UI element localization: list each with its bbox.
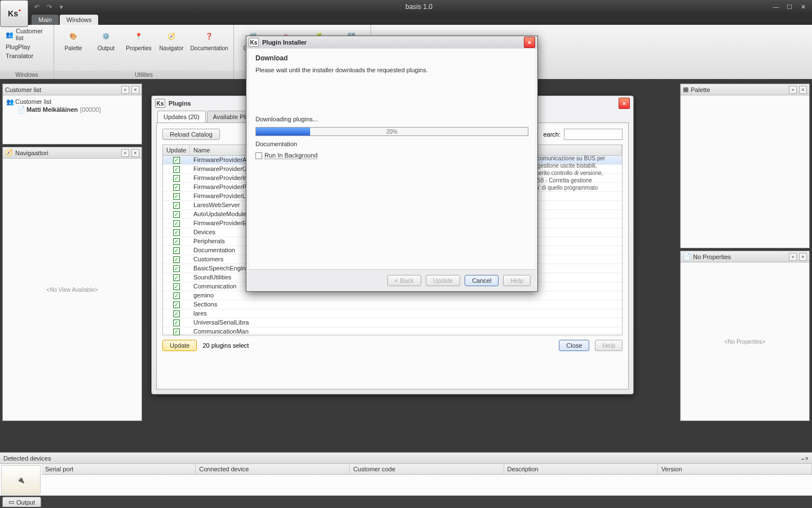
checkbox-icon[interactable]: ✓ (173, 310, 180, 317)
panel-title: Customer list (5, 86, 119, 93)
collapse-button[interactable]: « (121, 86, 129, 94)
panel-properties: 📄 No Properties » × <No Properties> (680, 251, 810, 421)
checkbox-icon[interactable]: ✓ (173, 166, 180, 173)
tab-updates[interactable]: Updates (20) (157, 111, 206, 122)
collapse-button[interactable]: » (789, 253, 797, 261)
table-row[interactable]: ✓UniversalSerialLibra (163, 318, 622, 327)
checkbox-icon[interactable]: ✓ (173, 238, 180, 245)
btn-properties[interactable]: 📍Properties (124, 27, 153, 52)
close-button[interactable]: Close (559, 340, 589, 351)
col-device[interactable]: Connected device (196, 464, 350, 474)
checkbox-icon (255, 152, 262, 159)
panel-title: No Properties (693, 253, 787, 260)
col-serial[interactable]: Serial port (42, 464, 196, 474)
users-icon: 👥 (6, 98, 13, 105)
ribbon-tabs: Main Windows (0, 14, 812, 25)
compass-icon: 🧭 (164, 28, 179, 44)
tree-item[interactable]: 📄 Matti Meikäläinen [00000] (5, 106, 139, 113)
ribbon-tab-windows[interactable]: Windows (60, 15, 99, 25)
bottom-area: Detected devices ⌄ × 🔌 Serial port Conne… (0, 452, 812, 508)
btn-customer-list[interactable]: 👥Customer list (3, 27, 50, 42)
undo-button[interactable]: ↶ (32, 2, 42, 12)
ribbon-group-utilities: 🎨Palette ⚙️Output 📍Properties 🧭Navigator… (54, 25, 234, 79)
checkbox-icon[interactable]: ✓ (173, 157, 180, 164)
checkbox-icon[interactable]: ✓ (173, 211, 180, 218)
app-menu-button[interactable]: Ks• (0, 0, 28, 27)
back-button[interactable]: < Back (387, 275, 421, 286)
table-row[interactable]: ✓CommunicationMan (163, 327, 622, 336)
section-label: Documentation (255, 141, 528, 147)
close-button[interactable]: ✕ (798, 2, 807, 11)
output-tab[interactable]: ▭ Output (2, 497, 41, 507)
help-button[interactable]: Help (503, 275, 531, 286)
btn-output[interactable]: ⚙️Output (91, 27, 121, 52)
btn-palette[interactable]: 🎨Palette (59, 27, 88, 52)
table-row[interactable]: ✓gemino (163, 291, 622, 300)
progress-percent: 20% (256, 128, 528, 135)
checkbox-icon[interactable]: ✓ (173, 274, 180, 281)
run-in-background-checkbox[interactable]: Run In Background (255, 152, 528, 159)
checkbox-icon[interactable]: ✓ (173, 184, 180, 191)
checkbox-icon[interactable]: ✓ (173, 292, 180, 299)
plugin-installer-dialog: Ks Plugin Installer × Download Please wa… (246, 36, 538, 292)
selection-count: 20 plugins select (202, 342, 249, 349)
col-version[interactable]: Version (658, 464, 812, 474)
label: Documentation (190, 45, 228, 51)
checkbox-icon[interactable]: ✓ (173, 202, 180, 209)
col-update[interactable]: Update (163, 145, 190, 155)
btn-documentation[interactable]: ❓Documentation (189, 27, 229, 52)
update-button[interactable]: Update (162, 340, 197, 351)
panel-title: Navigaattori (15, 150, 119, 156)
close-panel-button[interactable]: × (799, 253, 807, 261)
checkbox-icon[interactable]: ✓ (173, 329, 180, 335)
btn-navigator[interactable]: 🧭Navigator (157, 27, 186, 52)
checkbox-icon[interactable]: ✓ (173, 265, 180, 272)
table-row[interactable]: ✓Sections (163, 300, 622, 309)
checkbox-icon[interactable]: ✓ (173, 319, 180, 326)
maximize-button[interactable]: ☐ (785, 2, 794, 11)
tree-root[interactable]: 👥 Customer list (5, 98, 139, 106)
help-button[interactable]: Help (595, 340, 623, 351)
panel-customer-list: Customer list « × 👥 Customer list 📄 Matt… (2, 84, 142, 144)
collapse-button[interactable]: » (789, 86, 797, 94)
update-button[interactable]: Update (426, 275, 460, 286)
reload-catalog-button[interactable]: Reload Catalog (162, 129, 220, 140)
collapse-button[interactable]: « (121, 149, 129, 157)
table-row[interactable]: ✓lares (163, 309, 622, 318)
close-panel-button[interactable]: × (799, 86, 807, 94)
col-desc[interactable]: Description (504, 464, 658, 474)
collapse-button[interactable]: ⌄ (800, 454, 805, 462)
plugin-name: lares (190, 309, 622, 318)
group-label: Windows (0, 71, 54, 79)
checkbox-icon[interactable]: ✓ (173, 175, 180, 182)
plugin-name: gemino (190, 291, 622, 300)
cancel-button[interactable]: Cancel (465, 275, 498, 286)
close-button[interactable]: × (619, 98, 630, 109)
search-input[interactable] (564, 129, 623, 140)
checkbox-icon[interactable]: ✓ (173, 247, 180, 254)
close-panel-button[interactable]: × (805, 455, 809, 462)
checkbox-icon[interactable]: ✓ (173, 301, 180, 308)
checkbox-icon[interactable]: ✓ (173, 229, 180, 236)
label: Customer list (15, 98, 51, 105)
close-panel-button[interactable]: × (131, 86, 139, 94)
minimize-button[interactable]: — (771, 2, 780, 11)
window-title: Plugins (169, 100, 191, 107)
device-icon[interactable]: 🔌 (1, 465, 41, 494)
col-code[interactable]: Customer code (350, 464, 504, 474)
close-button[interactable]: × (524, 37, 535, 48)
ribbon-tab-main[interactable]: Main (32, 15, 59, 25)
qat-dropdown-icon[interactable]: ▾ (56, 2, 67, 12)
btn-plugplay[interactable]: PlugPlay (3, 43, 32, 51)
btn-translator[interactable]: Translator (3, 52, 36, 60)
close-panel-button[interactable]: × (131, 149, 139, 157)
redo-button[interactable]: ↷ (44, 2, 54, 12)
checkbox-icon[interactable]: ✓ (173, 193, 180, 200)
checkbox-icon[interactable]: ✓ (173, 283, 180, 290)
subheading: Please wait until the installer download… (255, 67, 528, 73)
label: Run In Background (264, 152, 317, 159)
label: Output (98, 45, 114, 51)
checkbox-icon[interactable]: ✓ (173, 220, 180, 227)
palette-icon: 🎨 (65, 28, 81, 44)
checkbox-icon[interactable]: ✓ (173, 256, 180, 263)
